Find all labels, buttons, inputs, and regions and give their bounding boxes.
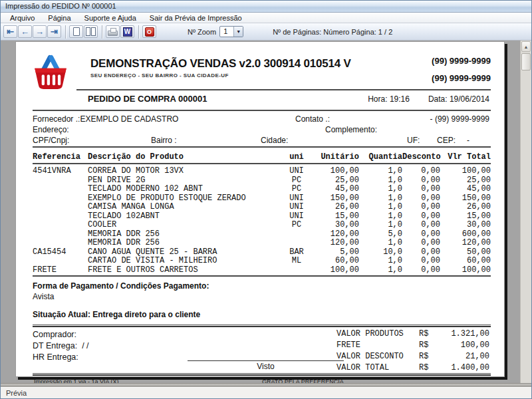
scroll-up-icon: ▲ (524, 45, 529, 49)
title-bar[interactable]: Impressão do PEDIDO Nº 000001 (1, 1, 531, 13)
table-header: Referencia Descrição do Produto uni Unit… (33, 152, 491, 162)
menu-item-suporte[interactable]: Suporte e Ajuda (78, 13, 143, 23)
first-page-button[interactable]: ⇤ (3, 25, 17, 38)
print-preview-window: Impressão do PEDIDO Nº 000001 Arquivo Pá… (0, 0, 532, 399)
two-page-view-button[interactable] (84, 25, 98, 38)
col-quantia: Quantia (359, 152, 402, 162)
menu-item-pagina[interactable]: Página (41, 13, 77, 23)
col-referencia: Referencia (33, 152, 88, 162)
divider (33, 275, 491, 277)
signature-line (188, 360, 344, 361)
document-header: DEMONSTRAÇÃO VENDAS v2.0 300914 010514 V… (33, 51, 491, 89)
export-word-button[interactable]: W (120, 25, 134, 38)
totals-section: Comprador: DT Entrega: / / HR Entrega: V… (33, 327, 491, 373)
signature-label: Visto (188, 362, 344, 371)
company-phones: (99) 9999-9999 (99) 9999-9999 (432, 56, 491, 89)
table-row: TECLADO 102ABNTUNI15,001,00,0015,00 (33, 212, 491, 221)
document-footer: Impressão em 1 via - 1a VIA (X) GRATO PE… (33, 376, 491, 383)
payment-terms-label: Forma de Pagamento / Condições Pagamento… (33, 281, 491, 291)
col-vlr-total: Vlr Total (440, 152, 491, 162)
close-preview-button[interactable]: O (142, 25, 156, 38)
pages-info: Nº de Páginas: Número Página: 1 / 2 (273, 28, 392, 36)
divider (33, 163, 491, 164)
exit-icon: O (145, 27, 154, 37)
order-header: PEDIDO DE COMPRA 000001 Hora: 19:16 Data… (33, 94, 491, 104)
phone-2: (99) 9999-9999 (432, 73, 491, 83)
district-label: Bairro : (151, 136, 177, 145)
thanks-note: GRATO PELA PREFERENCIA (262, 378, 344, 383)
previous-page-button[interactable]: ← (18, 25, 32, 38)
scroll-up-button[interactable]: ▲ (521, 41, 531, 52)
current-status: Situação Atual: Entrega direto para o cl… (33, 310, 491, 319)
toolbar-separator (138, 25, 139, 39)
table-row: TECLADO MODERNO 102 ABNTPC45,001,00,0045… (33, 185, 491, 194)
address-label: Endereço: (33, 125, 69, 134)
payment-terms-value: Avista (33, 292, 491, 301)
status-bar: Prévia (1, 387, 531, 398)
divider (33, 110, 491, 111)
two-page-icon (86, 27, 96, 36)
menu-bar: Arquivo Página Suporte e Ajuda Sair da P… (1, 13, 531, 23)
col-descricao: Descrição do Produto (88, 152, 283, 162)
supplier-name: Fornecedor .: EXEMPLO DE CADASTRO (33, 114, 80, 124)
zoom-value: 1 (220, 27, 233, 37)
print-copy-note: Impressão em 1 via - 1a VIA (X) (34, 378, 119, 383)
vertical-scrollbar[interactable]: ▲ (520, 41, 531, 383)
contact-phone: - (99) 9999-9999 (430, 114, 489, 124)
company-title: DEMONSTRAÇÃO VENDAS v2.0 300914 010514 V (90, 57, 432, 70)
menu-item-sair-previa[interactable]: Sair da Prévia de Impressão (143, 13, 249, 23)
print-button[interactable] (106, 25, 120, 38)
last-page-icon: ⇥ (51, 27, 58, 36)
table-row: 4541VNRACORREA DO MOTOR 13VXUNI100,001,0… (33, 167, 491, 176)
table-row: MEMÓRIA DDR 256120,001,00,00120,00 (33, 239, 491, 248)
printer-icon (108, 31, 118, 36)
last-page-button[interactable]: ⇥ (47, 25, 61, 38)
zoom-dropdown[interactable]: 1 ▼ (219, 26, 243, 37)
menu-item-arquivo[interactable]: Arquivo (3, 13, 41, 23)
table-row: EXEMPLO DE PRODUTO ESTOQUE ZERADOUNI150,… (33, 194, 491, 203)
order-title: PEDIDO DE COMPRA 000001 (88, 94, 368, 104)
buyer-label: Comprador: (33, 330, 76, 339)
preview-area[interactable]: DEMONSTRAÇÃO VENDAS v2.0 300914 010514 V… (1, 41, 531, 383)
table-row: CA15454CANO AGUA QUENTE 25 - BARRABAR5,0… (33, 248, 491, 257)
zoom-control: Nº Zoom 1 ▼ (188, 26, 243, 37)
total-products-row: VALOR PRODUTOSR$1.321,00 (336, 329, 489, 340)
table-row: CARTAO DE VISITA - MILHEIROML60,001,00,0… (33, 257, 491, 266)
totals-block: VALOR PRODUTOSR$1.321,00 FRETER$100,00 V… (336, 329, 489, 374)
company-block: DEMONSTRAÇÃO VENDAS v2.0 300914 010514 V… (90, 51, 432, 89)
table-row: CAMISA MANGA LONGAUNI26,001,00,0026,00 (33, 203, 491, 212)
single-page-view-button[interactable] (69, 25, 83, 38)
first-page-icon: ⇤ (7, 27, 14, 36)
cep-value: - (467, 136, 469, 145)
basket-logo-icon (33, 52, 68, 90)
items-table: 4541VNRACORREA DO MOTOR 13VXUNI100,001,0… (33, 167, 491, 275)
city-label: Cidade: (261, 136, 288, 145)
table-row: PEN DRIVE 2GPC25,001,00,0025,00 (33, 176, 491, 186)
previous-page-icon: ← (21, 27, 29, 36)
toolbar-separator (65, 25, 66, 39)
toolbar: ⇤ ← → ⇥ W O Nº Zoom 1 (1, 23, 531, 41)
table-row: COOLERPC30,001,00,0030,00 (33, 221, 491, 230)
table-row: FRETEFRETE E OUTROS CARRETOS100,001,00,0… (33, 266, 491, 275)
delivery-time-label: HR Entrega: (33, 352, 78, 362)
chevron-down-icon: ▼ (233, 27, 243, 37)
word-icon: W (123, 27, 132, 37)
cpf-label: CPF/Cnpj: (33, 136, 69, 145)
discount-row: VALOR DESCONTOR$21,00 (336, 352, 489, 363)
toolbar-separator (102, 25, 102, 39)
uf-label: UF: (407, 136, 420, 145)
next-page-button[interactable]: → (33, 25, 47, 38)
phone-1: (99) 9999-9999 (432, 56, 491, 66)
company-address: SEU ENDEREÇO - SEU BAIRRO - SUA CIDADE-U… (90, 72, 432, 78)
scrollbar-thumb[interactable] (521, 53, 531, 70)
status-label: Prévia (6, 389, 27, 397)
cep-label: CEP: (437, 136, 456, 145)
complement-label: Complemento: (325, 125, 377, 134)
grand-total-row: VALOR TOTALR$1.400,00 (336, 363, 489, 374)
col-uni: uni (283, 152, 310, 162)
table-row: MEMÓRIA DDR 256120,005,00,00600,00 (33, 230, 491, 239)
divider (76, 89, 491, 90)
supplier-section: Fornecedor .: EXEMPLO DE CADASTRO Contat… (33, 113, 491, 146)
document-page: DEMONSTRAÇÃO VENDAS v2.0 300914 010514 V… (15, 41, 505, 377)
zoom-label: Nº Zoom (188, 28, 216, 36)
